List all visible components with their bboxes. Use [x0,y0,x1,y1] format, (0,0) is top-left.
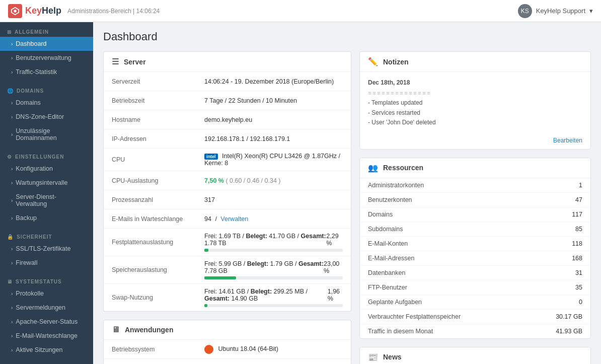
sidebar-section-title-einstellungen: ⚙ EINSTELLUNGEN [0,151,93,162]
users-icon: 👥 [368,163,378,173]
topbar-user[interactable]: KS KeyHelp Support ▾ [518,4,593,18]
arrow-icon: › [11,166,13,172]
settings-icon: ⚙ [7,154,12,160]
sidebar-item-traffic[interactable]: › Traffic-Statistik [0,65,93,79]
arrow-icon: › [11,319,13,325]
list-item: Verbrauchter Festplattenspeicher 30.17 G… [360,310,590,324]
notes-edit: Bearbeiten [360,133,590,149]
verwalten-link[interactable]: Verwalten [220,215,248,223]
sidebar-item-konfiguration[interactable]: › Konfiguration [0,162,93,176]
sidebar-section-allgemein: ⊞ ALLGEMEIN › Dashboard › Benutzerverwal… [0,22,93,81]
arrow-icon: › [11,69,13,75]
globe-icon: 🌐 [7,88,14,94]
left-column: ☰ Server Serverzeit 14:06:24 - 19. Dezem… [103,51,351,364]
sidebar-item-aktive-sitzungen[interactable]: › Aktive Sitzungen [0,343,93,357]
resources-card: 👥 Ressourcen Administratorkonten 1 Benut… [359,158,591,339]
arrow-icon: › [11,260,13,266]
sidebar-section-title-systemstatus: 🖥 SYSTEMSTATUS [0,276,93,286]
topbar-left: KeyHelp Administrations-Bereich | 14:06:… [8,4,160,18]
server-card-header: ☰ Server [104,52,351,72]
table-row: Festplattenauslastung Frei: 1.69 TB / Be… [104,229,351,256]
main-content: Dashboard ☰ Server Serverzeit 14:06:24 -… [93,22,601,364]
arrow-icon: › [11,114,13,120]
user-avatar: KS [518,4,532,18]
sidebar-item-protokolle[interactable]: › Protokolle [0,286,93,301]
table-row: Kernel 🐧 4.15.0-34-generic [104,359,351,364]
sidebar-section-systemstatus: 🖥 SYSTEMSTATUS › Protokolle › Servermeld… [0,272,93,359]
sidebar-item-unzulaessige[interactable]: › Unzulässige Domainnamen [0,124,93,145]
list-item: Traffic in diesem Monat 41.93 GB [360,324,590,338]
list-item: Datenbanken 31 [360,266,590,280]
sidebar-item-dns[interactable]: › DNS-Zone-Editor [0,110,93,124]
table-row: E-Mails in Warteschlange 94 / Verwalten [104,209,351,229]
disk-percent: 2,29 % [326,233,343,247]
monitor-icon: 🖥 [112,325,120,334]
table-row: Betriebssystem Ubuntu 18.04 (64-Bit) [104,340,351,359]
news-card: 📰 News [359,347,591,364]
logo: KeyHelp [8,4,61,18]
notes-card-header: ✏️ Notizen [360,52,590,72]
topbar: KeyHelp Administrations-Bereich | 14:06:… [0,0,601,22]
arrow-icon: › [11,132,13,137]
arrow-icon: › [11,291,13,297]
list-item: FTP-Benutzer 35 [360,280,590,295]
sidebar-section-title-sicherheit: 🔒 SICHERHEIT [0,231,93,242]
arrow-icon: › [11,41,13,47]
pencil-icon: ✏️ [368,57,378,66]
intel-badge: intel [204,154,218,160]
notes-edit-link[interactable]: Bearbeiten [553,137,582,144]
swap-progress [204,304,343,307]
sidebar-section-einstellungen: ⚙ EINSTELLUNGEN › Konfiguration › Wartun… [0,147,93,227]
swap-percent: 1,96 % [328,288,343,302]
logo-icon [8,4,22,18]
mem-percent: 23,00 % [324,260,343,274]
resources-card-header: 👥 Ressourcen [360,158,590,178]
arrow-icon: › [11,246,13,252]
news-icon: 📰 [368,352,378,362]
swap-bar [204,304,207,307]
arrow-icon: › [11,305,13,311]
disk-progress [204,249,343,252]
apps-card-header: 🖥 Anwendungen [104,320,351,340]
arrow-icon: › [11,347,13,353]
resources-card-body: Administratorkonten 1 Benutzerkonten 47 … [360,178,590,338]
sidebar-item-backup[interactable]: › Backup [0,211,93,225]
sidebar-item-domains[interactable]: › Domains [0,96,93,110]
list-item: Subdomains 85 [360,222,590,237]
svg-point-0 [14,10,16,12]
list-item: E-Mail-Konten 118 [360,237,590,251]
sidebar-section-sicherheit: 🔒 SICHERHEIT › SSL/TLS-Zertifikate › Fir… [0,227,93,272]
table-row: CPU intel Intel(R) Xeon(R) CPU L3426 @ 1… [104,149,351,171]
list-item: Benutzerkonten 47 [360,193,590,207]
news-card-header: 📰 News [360,347,590,364]
sidebar-item-wartungsintervalle[interactable]: › Wartungsintervalle [0,176,93,190]
list-item: Geplante Aufgaben 0 [360,295,590,310]
arrow-icon: › [11,55,13,61]
disk-bar [204,249,208,252]
sidebar-section-title-domains: 🌐 DOMAINS [0,85,93,96]
table-row: Serverzeit 14:06:24 - 19. Dezember 2018 … [104,72,351,91]
sidebar-item-server-dienst[interactable]: › Server-Dienst-Verwaltung [0,190,93,211]
arrow-icon: › [11,198,13,203]
mem-progress [204,276,343,279]
sidebar-item-email-warteschlange[interactable]: › E-Mail-Warteschlange [0,329,93,343]
arrow-icon: › [11,180,13,186]
resources-table: Administratorkonten 1 Benutzerkonten 47 … [360,178,590,338]
sidebar-item-benutzerverwaltung[interactable]: › Benutzerverwaltung [0,51,93,65]
arrow-icon: › [11,100,13,106]
sidebar-item-dashboard[interactable]: › Dashboard [0,37,93,51]
sidebar-item-ssl[interactable]: › SSL/TLS-Zertifikate [0,242,93,256]
list-item: E-Mail-Adressen 168 [360,251,590,266]
table-row: Speicherauslastung Frei: 5.99 GB / Beleg… [104,256,351,284]
sidebar-item-servermeldungen[interactable]: › Servermeldungen [0,301,93,315]
arrow-icon: › [11,333,13,339]
page-title: Dashboard [103,30,591,43]
ubuntu-icon [204,345,213,354]
mem-bar [204,276,236,279]
sidebar-item-apache-status[interactable]: › Apache-Server-Status [0,315,93,329]
table-row: Hostname demo.keyhelp.eu [104,110,351,129]
list-item: Domains 117 [360,207,590,222]
notes-card: ✏️ Notizen Dec 18th, 2018 ==============… [359,51,591,150]
sidebar-item-firewall[interactable]: › Firewall [0,256,93,270]
dashboard-columns: ☰ Server Serverzeit 14:06:24 - 19. Dezem… [103,51,591,364]
